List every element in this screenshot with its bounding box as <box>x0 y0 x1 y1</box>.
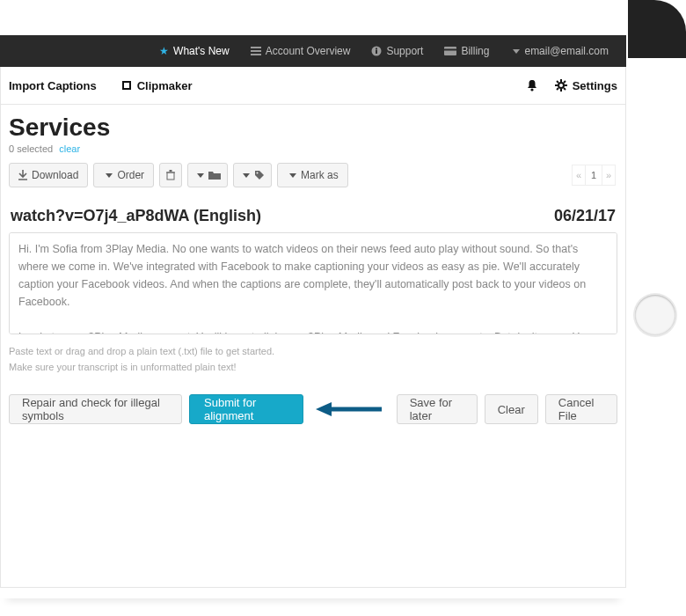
folder-icon <box>208 171 221 180</box>
subnav-settings-label: Settings <box>573 79 617 92</box>
pager: « 1 » <box>572 165 616 186</box>
list-icon <box>251 47 261 55</box>
shadow <box>0 583 626 598</box>
save-later-button[interactable]: Save for later <box>397 394 478 424</box>
caret-down-icon <box>197 173 204 178</box>
top-nav: ★ What's New Account Overview Support B <box>0 35 626 67</box>
download-icon <box>18 170 27 180</box>
content-area: Services 0 selected clear Download Order <box>0 105 626 431</box>
card-icon <box>444 47 456 55</box>
subnav-import-captions-label: Import Captions <box>9 79 97 92</box>
submit-alignment-button[interactable]: Submit for alignment <box>189 394 303 424</box>
selection-count: 0 selected <box>9 143 53 154</box>
bell-icon <box>527 79 537 92</box>
subnav-import-captions[interactable]: Import Captions <box>9 79 97 92</box>
nav-support-label: Support <box>386 45 423 57</box>
svg-rect-2 <box>251 54 261 55</box>
hint-line-1: Paste text or drag and drop a plain text… <box>9 344 617 360</box>
callout-arrow-icon <box>316 400 383 418</box>
subnav-clipmaker[interactable]: Clipmaker <box>121 79 193 92</box>
caret-down-icon <box>289 173 296 178</box>
nav-account-overview[interactable]: Account Overview <box>240 35 361 67</box>
sub-nav: Import Captions Clipmaker <box>0 67 626 105</box>
order-button[interactable]: Order <box>93 163 154 187</box>
svg-line-19 <box>564 81 566 83</box>
pager-current: 1 <box>585 165 602 186</box>
nav-account-overview-label: Account Overview <box>266 45 351 57</box>
svg-rect-9 <box>124 83 129 88</box>
svg-rect-6 <box>444 47 456 55</box>
svg-rect-1 <box>251 50 261 52</box>
subnav-notifications[interactable] <box>527 79 537 92</box>
subnav-clipmaker-label: Clipmaker <box>137 79 193 92</box>
tag-icon <box>254 170 265 180</box>
subnav-settings[interactable]: Settings <box>555 79 617 92</box>
transcript-textarea[interactable] <box>9 232 617 334</box>
clear-selection-link[interactable]: clear <box>59 143 80 154</box>
svg-rect-4 <box>376 50 377 54</box>
caret-down-icon <box>106 173 113 178</box>
move-folder-button[interactable] <box>187 163 228 187</box>
gear-icon <box>555 79 567 92</box>
bezel-corner <box>628 0 686 58</box>
app-screen: ★ What's New Account Overview Support B <box>0 35 626 588</box>
pager-next[interactable]: » <box>602 165 616 186</box>
mark-as-label: Mark as <box>301 169 339 181</box>
toolbar: Download Order <box>9 163 617 187</box>
download-button[interactable]: Download <box>9 163 88 187</box>
nav-support[interactable]: Support <box>361 35 434 67</box>
nav-whats-new[interactable]: ★ What's New <box>149 35 240 67</box>
selection-status: 0 selected clear <box>9 143 617 154</box>
tag-button[interactable] <box>233 163 272 187</box>
caret-down-icon <box>243 173 250 178</box>
device-frame: ★ What's New Account Overview Support B <box>0 0 686 616</box>
svg-point-11 <box>558 83 564 88</box>
svg-line-17 <box>564 88 566 90</box>
nav-email-label: email@email.com <box>524 45 609 57</box>
download-label: Download <box>32 169 78 181</box>
svg-point-23 <box>257 172 259 174</box>
pager-prev[interactable]: « <box>572 165 586 186</box>
order-label: Order <box>117 169 144 181</box>
cancel-file-button[interactable]: Cancel File <box>545 394 617 424</box>
svg-rect-5 <box>376 48 377 50</box>
svg-marker-25 <box>316 402 332 416</box>
nav-whats-new-label: What's New <box>173 45 230 57</box>
mark-as-button[interactable]: Mark as <box>277 163 348 187</box>
svg-point-10 <box>530 88 533 91</box>
svg-rect-7 <box>444 49 456 51</box>
caret-down-icon <box>513 49 520 54</box>
action-row: Repair and check for illegal symbols Sub… <box>9 394 617 424</box>
clear-button[interactable]: Clear <box>485 394 538 424</box>
svg-line-16 <box>557 81 558 83</box>
trash-icon <box>166 170 175 180</box>
hint-text: Paste text or drag and drop a plain text… <box>9 344 617 375</box>
nav-account-email[interactable]: email@email.com <box>500 35 619 67</box>
svg-rect-20 <box>167 172 174 180</box>
file-date: 06/21/17 <box>554 207 616 225</box>
page-title: Services <box>9 114 617 142</box>
home-button[interactable] <box>635 295 675 335</box>
star-icon: ★ <box>159 45 169 57</box>
nav-billing-label: Billing <box>461 45 489 57</box>
repair-button[interactable]: Repair and check for illegal symbols <box>9 394 182 424</box>
svg-rect-0 <box>251 47 261 48</box>
clip-icon <box>121 80 132 91</box>
hint-line-2: Make sure your transcript is in unformat… <box>9 360 617 376</box>
info-icon <box>371 46 382 56</box>
file-title: watch?v=O7j4_aP8dWA (English) <box>11 207 261 225</box>
nav-billing[interactable]: Billing <box>434 35 500 67</box>
svg-line-18 <box>557 88 558 90</box>
file-panel: watch?v=O7j4_aP8dWA (English) 06/21/17 P… <box>9 207 617 424</box>
trash-button[interactable] <box>159 163 182 187</box>
